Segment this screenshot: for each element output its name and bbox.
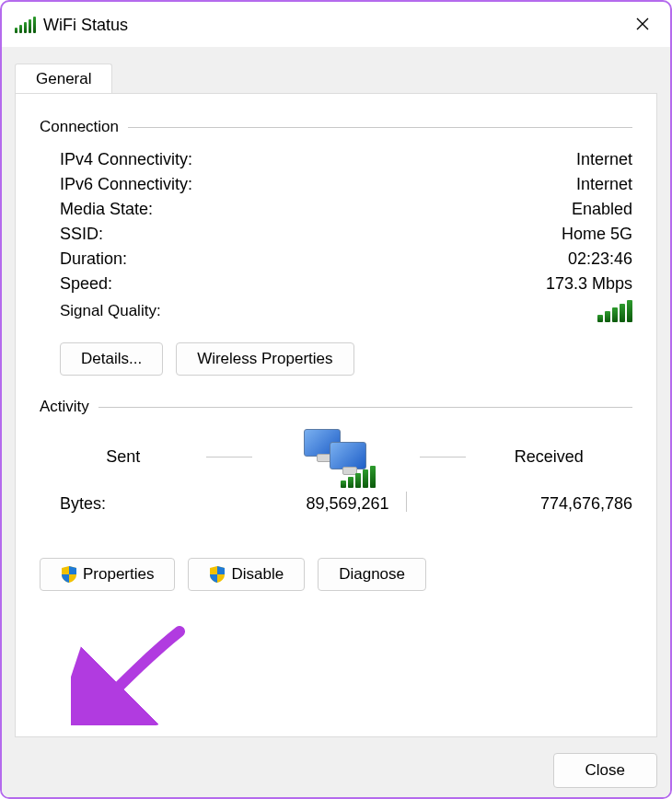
sent-label: Sent [40,447,206,467]
close-icon [635,17,650,31]
row-speed: Speed: 173.3 Mbps [40,272,632,296]
tab-strip: General [15,64,657,94]
activity-section-header: Activity [40,398,632,416]
ssid-value: Home 5G [562,225,632,244]
ssid-label: SSID: [60,225,103,244]
close-button[interactable] [628,11,657,40]
shield-icon [209,565,226,584]
connection-section-header: Connection [40,118,632,136]
divider [406,492,407,512]
row-signal-quality: Signal Quality: [40,296,632,326]
received-label: Received [466,447,632,467]
row-ssid: SSID: Home 5G [40,222,632,247]
wireless-properties-button[interactable]: Wireless Properties [176,342,353,376]
wireless-properties-button-label: Wireless Properties [197,350,332,368]
details-button-label: Details... [81,350,142,368]
media-label: Media State: [60,200,153,219]
bytes-row: Bytes: 89,569,261 774,676,786 [40,493,632,514]
ipv4-value: Internet [576,150,632,169]
properties-button[interactable]: Properties [40,558,175,591]
signal-bars-icon [341,466,376,488]
tab-label: General [36,70,91,87]
media-value: Enabled [572,200,632,219]
tab-general[interactable]: General [15,64,112,94]
divider-line [206,457,252,457]
close-button-label: Close [585,761,625,780]
ipv6-value: Internet [576,175,632,194]
diagnose-button[interactable]: Diagnose [318,558,426,591]
signal-bars-icon [597,300,632,322]
disable-button-label: Disable [231,565,284,584]
divider [128,127,632,128]
close-button-footer[interactable]: Close [553,753,657,788]
tab-panel: Connection IPv4 Connectivity: Internet I… [15,93,657,737]
shield-icon [61,565,77,584]
signal-quality-label: Signal Quality: [60,302,161,320]
duration-label: Duration: [60,249,127,269]
disable-button[interactable]: Disable [188,558,305,591]
duration-value: 02:23:46 [568,249,632,269]
window-title: WiFi Status [43,16,128,35]
ipv6-label: IPv6 Connectivity: [60,175,192,194]
titlebar: WiFi Status [2,2,670,46]
annotation-arrow [71,624,191,725]
activity-visual: Sent Received [40,429,632,484]
connection-section-label: Connection [40,118,119,136]
divider-line [420,457,466,457]
diagnose-button-label: Diagnose [339,565,405,584]
row-ipv6: IPv6 Connectivity: Internet [40,172,632,197]
row-duration: Duration: 02:23:46 [40,247,632,272]
bytes-sent-value: 89,569,261 [180,494,389,514]
row-media: Media State: Enabled [40,197,632,222]
row-ipv4: IPv4 Connectivity: Internet [40,147,632,172]
ipv4-label: IPv4 Connectivity: [60,150,192,169]
speed-value: 173.3 Mbps [546,274,632,294]
network-activity-icon [304,429,368,484]
divider [98,407,632,408]
bytes-label: Bytes: [60,494,180,514]
speed-label: Speed: [60,274,112,294]
activity-section-label: Activity [40,398,89,416]
bytes-received-value: 774,676,786 [423,494,633,514]
client-area: General Connection IPv4 Connectivity: In… [2,46,670,797]
properties-button-label: Properties [83,565,154,584]
details-button[interactable]: Details... [60,342,163,376]
wifi-bars-icon [15,17,36,33]
